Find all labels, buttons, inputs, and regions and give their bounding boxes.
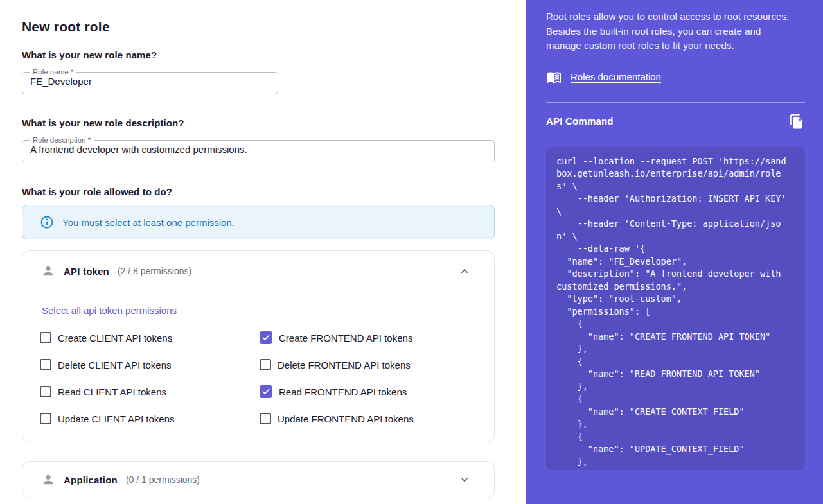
permission-group-api-token: API token (2 / 8 permissions) Select all… — [22, 250, 495, 442]
chevron-down-icon — [458, 473, 471, 486]
api-command-code-block: curl --location --request POST 'https://… — [546, 147, 805, 470]
role-description-field: Role description * — [22, 136, 495, 162]
root-roles-description: Root roles allow you to control access t… — [546, 10, 792, 53]
api-token-accordion-header[interactable]: API token (2 / 8 permissions) — [22, 251, 494, 291]
book-icon — [546, 69, 562, 85]
checkbox[interactable] — [40, 386, 51, 397]
person-icon — [41, 264, 55, 278]
permission-row-create-frontend[interactable]: Create FRONTEND API tokens — [260, 331, 473, 345]
permission-label: Update CLIENT API tokens — [58, 413, 175, 424]
role-description-input[interactable] — [30, 144, 486, 155]
role-name-field-label: Role name * — [30, 68, 76, 76]
permission-label: Delete CLIENT API tokens — [58, 360, 171, 370]
new-root-role-page: New root role What is your new role name… — [0, 0, 823, 504]
role-name-question: What is your new role name? — [22, 49, 526, 60]
docs-link-row: Roles documentation — [546, 69, 805, 85]
api-command-header: API Command — [546, 113, 805, 130]
application-permission-count: (0 / 1 permissions) — [126, 474, 200, 485]
permission-row-read-frontend[interactable]: Read FRONTEND API tokens — [260, 385, 473, 399]
info-icon — [40, 215, 54, 229]
permission-label: Delete FRONTEND API tokens — [278, 360, 411, 370]
permission-row-update-frontend[interactable]: Update FRONTEND API tokens — [260, 412, 473, 426]
permission-label: Create CLIENT API tokens — [58, 333, 172, 343]
api-token-permission-count: (2 / 8 permissions) — [118, 266, 191, 276]
permission-row-delete-frontend[interactable]: Delete FRONTEND API tokens — [260, 358, 473, 372]
permission-label: Read CLIENT API tokens — [58, 387, 166, 397]
application-accordion-header[interactable]: Application (0 / 1 permissions) — [22, 462, 494, 498]
permission-row-read-client[interactable]: Read CLIENT API tokens — [40, 385, 260, 399]
role-permissions-question: What is your role allowed to do? — [22, 186, 526, 197]
checkbox[interactable] — [40, 332, 51, 343]
sidebar-divider — [546, 102, 805, 103]
role-form: New root role What is your new role name… — [0, 0, 526, 504]
copy-command-button[interactable] — [788, 113, 805, 130]
role-info-sidebar: Root roles allow you to control access t… — [526, 0, 823, 504]
chevron-up-icon — [458, 265, 471, 277]
checkbox[interactable] — [260, 385, 272, 398]
copy-icon — [788, 113, 805, 130]
permission-label: Read FRONTEND API tokens — [279, 387, 407, 397]
checkbox[interactable] — [260, 331, 272, 344]
select-all-api-token-permissions-link[interactable]: Select all api token permissions — [42, 305, 177, 316]
permission-row-delete-client[interactable]: Delete CLIENT API tokens — [40, 358, 260, 372]
checkbox[interactable] — [260, 413, 271, 424]
alert-text: You must select at least one permission. — [62, 217, 235, 228]
api-command-title: API Command — [546, 116, 614, 126]
checkbox[interactable] — [40, 359, 51, 370]
person-icon — [41, 473, 55, 487]
role-name-input[interactable] — [30, 76, 270, 87]
permission-row-create-client[interactable]: Create CLIENT API tokens — [40, 331, 260, 345]
roles-documentation-link[interactable]: Roles documentation — [571, 71, 661, 82]
permission-row-update-client[interactable]: Update CLIENT API tokens — [40, 412, 260, 426]
role-name-field: Role name * — [22, 68, 278, 94]
permission-label: Create FRONTEND API tokens — [279, 333, 412, 343]
curl-command: curl --location --request POST 'https://… — [556, 155, 796, 469]
checkbox[interactable] — [40, 413, 51, 424]
role-description-field-label: Role description * — [30, 136, 94, 144]
application-accordion-title: Application — [64, 474, 118, 485]
permission-info-alert: You must select at least one permission. — [22, 205, 495, 239]
api-token-accordion-title: API token — [64, 266, 109, 277]
page-title: New root role — [22, 19, 526, 35]
api-token-accordion-body: Select all api token permissions Create … — [22, 291, 494, 442]
role-description-question: What is your new role description? — [22, 117, 526, 128]
checkbox[interactable] — [260, 359, 271, 370]
permission-label: Update FRONTEND API tokens — [278, 413, 414, 424]
api-token-permission-grid: Create CLIENT API tokens Delete CLIENT A… — [40, 331, 473, 426]
permission-group-application: Application (0 / 1 permissions) — [22, 461, 495, 498]
